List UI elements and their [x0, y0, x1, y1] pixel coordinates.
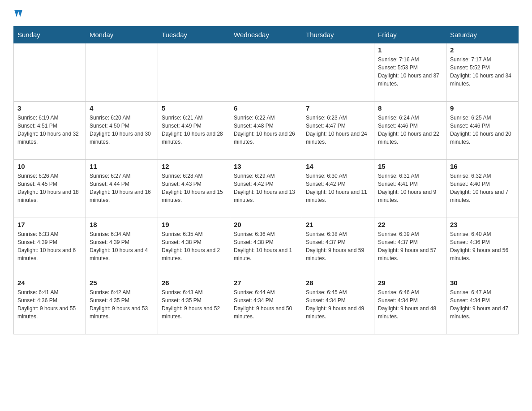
day-number: 26 [162, 279, 226, 287]
calendar-cell: 9Sunrise: 6:25 AMSunset: 4:46 PMDaylight… [446, 102, 519, 160]
calendar-cell: 6Sunrise: 6:22 AMSunset: 4:48 PMDaylight… [230, 102, 302, 160]
day-info: Sunrise: 6:23 AMSunset: 4:47 PMDaylight:… [306, 114, 370, 146]
weekday-header-monday: Monday [86, 26, 158, 43]
day-number: 2 [450, 46, 515, 54]
day-number: 22 [378, 221, 442, 228]
day-number: 13 [234, 163, 298, 170]
day-info: Sunrise: 6:30 AMSunset: 4:42 PMDaylight:… [306, 172, 370, 204]
day-number: 18 [90, 221, 154, 228]
day-info: Sunrise: 6:20 AMSunset: 4:50 PMDaylight:… [90, 114, 154, 146]
calendar-cell [230, 43, 302, 102]
weekday-header-friday: Friday [374, 26, 446, 43]
weekday-header-sunday: Sunday [14, 26, 86, 43]
day-info: Sunrise: 6:29 AMSunset: 4:42 PMDaylight:… [234, 172, 298, 204]
calendar-cell: 18Sunrise: 6:34 AMSunset: 4:39 PMDayligh… [86, 218, 158, 276]
day-info: Sunrise: 6:31 AMSunset: 4:41 PMDaylight:… [378, 172, 442, 204]
day-info: Sunrise: 6:35 AMSunset: 4:38 PMDaylight:… [162, 230, 226, 262]
day-info: Sunrise: 6:42 AMSunset: 4:35 PMDaylight:… [90, 288, 154, 321]
calendar-cell: 10Sunrise: 6:26 AMSunset: 4:45 PMDayligh… [14, 160, 86, 218]
day-number: 11 [90, 163, 154, 170]
calendar-week-row: 1Sunrise: 7:16 AMSunset: 5:53 PMDaylight… [14, 43, 519, 102]
calendar-week-row: 24Sunrise: 6:41 AMSunset: 4:36 PMDayligh… [14, 276, 519, 334]
calendar-week-row: 17Sunrise: 6:33 AMSunset: 4:39 PMDayligh… [14, 218, 519, 276]
logo-arrows-icon [14, 10, 25, 19]
day-number: 12 [162, 163, 226, 170]
day-info: Sunrise: 6:38 AMSunset: 4:37 PMDaylight:… [306, 230, 370, 262]
day-number: 27 [234, 279, 298, 287]
day-number: 10 [17, 163, 82, 170]
weekday-header-saturday: Saturday [446, 26, 519, 43]
day-info: Sunrise: 6:43 AMSunset: 4:35 PMDaylight:… [162, 288, 226, 321]
day-info: Sunrise: 6:47 AMSunset: 4:34 PMDaylight:… [450, 288, 515, 321]
day-number: 23 [450, 221, 515, 228]
day-number: 14 [306, 163, 370, 170]
day-info: Sunrise: 6:33 AMSunset: 4:39 PMDaylight:… [17, 230, 82, 262]
day-info: Sunrise: 6:46 AMSunset: 4:34 PMDaylight:… [378, 288, 442, 321]
calendar-cell [14, 43, 86, 102]
day-number: 4 [90, 104, 154, 112]
calendar-cell: 17Sunrise: 6:33 AMSunset: 4:39 PMDayligh… [14, 218, 86, 276]
calendar-cell: 21Sunrise: 6:38 AMSunset: 4:37 PMDayligh… [302, 218, 374, 276]
day-number: 6 [234, 104, 298, 112]
day-info: Sunrise: 6:19 AMSunset: 4:51 PMDaylight:… [17, 114, 82, 146]
day-info: Sunrise: 6:24 AMSunset: 4:46 PMDaylight:… [378, 114, 442, 146]
calendar-cell [158, 43, 230, 102]
calendar-week-row: 10Sunrise: 6:26 AMSunset: 4:45 PMDayligh… [14, 160, 519, 218]
calendar-week-row: 3Sunrise: 6:19 AMSunset: 4:51 PMDaylight… [14, 102, 519, 160]
calendar-cell: 2Sunrise: 7:17 AMSunset: 5:52 PMDaylight… [446, 43, 519, 102]
calendar-cell: 8Sunrise: 6:24 AMSunset: 4:46 PMDaylight… [374, 102, 446, 160]
calendar-cell: 5Sunrise: 6:21 AMSunset: 4:49 PMDaylight… [158, 102, 230, 160]
calendar-cell: 11Sunrise: 6:27 AMSunset: 4:44 PMDayligh… [86, 160, 158, 218]
calendar-cell: 14Sunrise: 6:30 AMSunset: 4:42 PMDayligh… [302, 160, 374, 218]
day-info: Sunrise: 6:36 AMSunset: 4:38 PMDaylight:… [234, 230, 298, 262]
calendar-cell: 12Sunrise: 6:28 AMSunset: 4:43 PMDayligh… [158, 160, 230, 218]
day-number: 9 [450, 104, 515, 112]
day-number: 17 [17, 221, 82, 228]
calendar-cell: 4Sunrise: 6:20 AMSunset: 4:50 PMDaylight… [86, 102, 158, 160]
day-info: Sunrise: 6:22 AMSunset: 4:48 PMDaylight:… [234, 114, 298, 146]
day-number: 28 [306, 279, 370, 287]
day-number: 15 [378, 163, 442, 170]
page-header [13, 9, 519, 19]
calendar-cell: 13Sunrise: 6:29 AMSunset: 4:42 PMDayligh… [230, 160, 302, 218]
day-number: 5 [162, 104, 226, 112]
weekday-header-thursday: Thursday [302, 26, 374, 43]
calendar-cell: 24Sunrise: 6:41 AMSunset: 4:36 PMDayligh… [14, 276, 86, 334]
logo [13, 9, 25, 19]
calendar-cell: 3Sunrise: 6:19 AMSunset: 4:51 PMDaylight… [14, 102, 86, 160]
calendar-cell: 15Sunrise: 6:31 AMSunset: 4:41 PMDayligh… [374, 160, 446, 218]
day-info: Sunrise: 6:26 AMSunset: 4:45 PMDaylight:… [17, 172, 82, 204]
day-info: Sunrise: 6:28 AMSunset: 4:43 PMDaylight:… [162, 172, 226, 204]
day-info: Sunrise: 7:16 AMSunset: 5:53 PMDaylight:… [378, 56, 442, 88]
day-number: 19 [162, 221, 226, 228]
day-number: 24 [17, 279, 82, 287]
day-info: Sunrise: 6:40 AMSunset: 4:36 PMDaylight:… [450, 230, 515, 262]
calendar-cell: 16Sunrise: 6:32 AMSunset: 4:40 PMDayligh… [446, 160, 519, 218]
calendar-cell: 27Sunrise: 6:44 AMSunset: 4:34 PMDayligh… [230, 276, 302, 334]
calendar-cell [302, 43, 374, 102]
calendar-cell: 28Sunrise: 6:45 AMSunset: 4:34 PMDayligh… [302, 276, 374, 334]
calendar-cell: 30Sunrise: 6:47 AMSunset: 4:34 PMDayligh… [446, 276, 519, 334]
calendar-cell: 20Sunrise: 6:36 AMSunset: 4:38 PMDayligh… [230, 218, 302, 276]
calendar-cell [86, 43, 158, 102]
svg-marker-0 [14, 10, 19, 17]
day-number: 7 [306, 104, 370, 112]
svg-marker-1 [18, 10, 22, 17]
day-number: 3 [17, 104, 82, 112]
day-info: Sunrise: 6:25 AMSunset: 4:46 PMDaylight:… [450, 114, 515, 146]
weekday-header-tuesday: Tuesday [158, 26, 230, 43]
day-number: 1 [378, 46, 442, 54]
day-number: 29 [378, 279, 442, 287]
day-info: Sunrise: 6:45 AMSunset: 4:34 PMDaylight:… [306, 288, 370, 321]
day-info: Sunrise: 6:27 AMSunset: 4:44 PMDaylight:… [90, 172, 154, 204]
day-number: 21 [306, 221, 370, 228]
day-info: Sunrise: 6:39 AMSunset: 4:37 PMDaylight:… [378, 230, 442, 262]
day-info: Sunrise: 6:21 AMSunset: 4:49 PMDaylight:… [162, 114, 226, 146]
calendar-header-row: SundayMondayTuesdayWednesdayThursdayFrid… [14, 26, 519, 43]
day-info: Sunrise: 6:44 AMSunset: 4:34 PMDaylight:… [234, 288, 298, 321]
calendar-cell: 22Sunrise: 6:39 AMSunset: 4:37 PMDayligh… [374, 218, 446, 276]
day-number: 16 [450, 163, 515, 170]
calendar-cell: 19Sunrise: 6:35 AMSunset: 4:38 PMDayligh… [158, 218, 230, 276]
day-number: 25 [90, 279, 154, 287]
day-number: 20 [234, 221, 298, 228]
